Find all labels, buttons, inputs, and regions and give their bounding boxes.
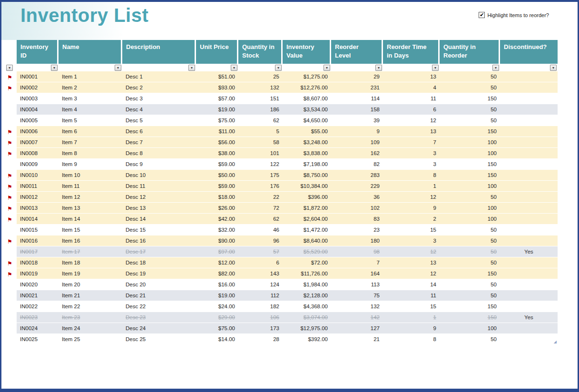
cell-quantity-in-stock[interactable]: 72: [238, 203, 283, 214]
cell-description[interactable]: Desc 20: [122, 279, 196, 290]
cell-name[interactable]: Item 5: [59, 115, 122, 126]
cell-description[interactable]: Desc 10: [122, 170, 196, 181]
cell-description[interactable]: Desc 9: [122, 159, 196, 170]
cell-reorder-level[interactable]: 109: [331, 137, 383, 148]
cell-name[interactable]: Item 22: [59, 301, 122, 312]
filter-dropdown-button[interactable]: ▾: [492, 65, 499, 71]
cell-reorder-level[interactable]: 231: [331, 82, 383, 93]
cell-quantity-in-stock[interactable]: 46: [238, 225, 283, 235]
cell-unit-price[interactable]: $29.00: [196, 312, 238, 323]
filter-dropdown-button[interactable]: ▾: [51, 65, 58, 71]
cell-inventory-id[interactable]: IN0011: [17, 181, 59, 192]
cell-quantity-in-reorder[interactable]: 50: [440, 82, 500, 93]
cell-reorder-level[interactable]: 29: [331, 71, 383, 82]
cell-inventory-id[interactable]: IN0012: [17, 192, 59, 203]
cell-quantity-in-reorder[interactable]: 150: [440, 170, 500, 181]
cell-inventory-value[interactable]: $12,975.00: [283, 323, 331, 334]
cell-reorder-time-in-days[interactable]: 14: [383, 279, 440, 290]
cell-reorder-level[interactable]: 114: [331, 93, 383, 104]
column-header-unit-price[interactable]: Unit Price: [196, 40, 238, 64]
cell-inventory-value[interactable]: $4,650.00: [283, 115, 331, 126]
cell-name[interactable]: Item 16: [59, 235, 122, 246]
cell-reorder-time-in-days[interactable]: 6: [383, 104, 440, 115]
cell-discontinued[interactable]: [500, 192, 558, 203]
cell-description[interactable]: Desc 21: [122, 290, 196, 301]
cell-reorder-time-in-days[interactable]: 3: [383, 235, 440, 246]
cell-inventory-id[interactable]: IN0006: [17, 126, 59, 137]
cell-inventory-id[interactable]: IN0022: [17, 301, 59, 312]
cell-reorder-level[interactable]: 162: [331, 148, 383, 159]
cell-discontinued[interactable]: [500, 104, 558, 115]
cell-name[interactable]: Item 3: [59, 93, 122, 104]
cell-reorder-time-in-days[interactable]: 1: [383, 181, 440, 192]
cell-quantity-in-reorder[interactable]: 150: [440, 159, 500, 170]
cell-quantity-in-stock[interactable]: 186: [238, 104, 283, 115]
cell-description[interactable]: Desc 15: [122, 225, 196, 235]
cell-unit-price[interactable]: $11.00: [196, 126, 238, 137]
filter-dropdown-button[interactable]: ▾: [432, 65, 439, 71]
cell-inventory-id[interactable]: IN0007: [17, 137, 59, 148]
cell-quantity-in-stock[interactable]: 62: [238, 115, 283, 126]
column-header-description[interactable]: Description: [122, 40, 196, 64]
cell-inventory-value[interactable]: $3,534.00: [283, 104, 331, 115]
cell-inventory-value[interactable]: $4,368.00: [283, 301, 331, 312]
cell-reorder-level[interactable]: 23: [331, 225, 383, 235]
cell-reorder-time-in-days[interactable]: 12: [383, 246, 440, 257]
cell-unit-price[interactable]: $12.00: [196, 257, 238, 268]
cell-unit-price[interactable]: $16.00: [196, 279, 238, 290]
cell-unit-price[interactable]: $57.00: [196, 93, 238, 104]
cell-unit-price[interactable]: $51.00: [196, 71, 238, 82]
cell-unit-price[interactable]: $75.00: [196, 115, 238, 126]
cell-description[interactable]: Desc 7: [122, 137, 196, 148]
filter-dropdown-button[interactable]: ▾: [231, 65, 237, 71]
cell-quantity-in-reorder[interactable]: 50: [440, 115, 500, 126]
cell-quantity-in-reorder[interactable]: 150: [440, 312, 500, 323]
cell-quantity-in-reorder[interactable]: 50: [440, 246, 500, 257]
cell-inventory-value[interactable]: $3,838.00: [283, 148, 331, 159]
cell-reorder-level[interactable]: 21: [331, 334, 383, 345]
cell-description[interactable]: Desc 2: [122, 82, 196, 93]
cell-quantity-in-reorder[interactable]: 100: [440, 323, 500, 334]
cell-description[interactable]: Desc 25: [122, 334, 196, 345]
cell-name[interactable]: Item 25: [59, 334, 122, 345]
cell-inventory-id[interactable]: IN0001: [17, 71, 59, 82]
cell-unit-price[interactable]: $56.00: [196, 137, 238, 148]
cell-reorder-time-in-days[interactable]: 15: [383, 225, 440, 235]
cell-inventory-id[interactable]: IN0002: [17, 82, 59, 93]
cell-description[interactable]: Desc 6: [122, 126, 196, 137]
cell-description[interactable]: Desc 5: [122, 115, 196, 126]
cell-discontinued[interactable]: [500, 82, 558, 93]
cell-quantity-in-stock[interactable]: 28: [238, 334, 283, 345]
cell-quantity-in-reorder[interactable]: 100: [440, 181, 500, 192]
cell-quantity-in-reorder[interactable]: 50: [440, 104, 500, 115]
cell-quantity-in-stock[interactable]: 182: [238, 301, 283, 312]
cell-unit-price[interactable]: $90.00: [196, 235, 238, 246]
cell-reorder-level[interactable]: 36: [331, 192, 383, 203]
cell-discontinued[interactable]: [500, 257, 558, 268]
cell-inventory-value[interactable]: $396.00: [283, 192, 331, 203]
cell-quantity-in-reorder[interactable]: 50: [440, 257, 500, 268]
filter-dropdown-button[interactable]: ▾: [550, 65, 557, 71]
cell-inventory-value[interactable]: $1,275.00: [283, 71, 331, 82]
cell-inventory-value[interactable]: $1,984.00: [283, 279, 331, 290]
cell-unit-price[interactable]: $75.00: [196, 323, 238, 334]
cell-description[interactable]: Desc 22: [122, 301, 196, 312]
cell-unit-price[interactable]: $24.00: [196, 301, 238, 312]
cell-description[interactable]: Desc 19: [122, 268, 196, 279]
cell-reorder-time-in-days[interactable]: 2: [383, 214, 440, 225]
cell-quantity-in-reorder[interactable]: 50: [440, 71, 500, 82]
cell-quantity-in-stock[interactable]: 132: [238, 82, 283, 93]
cell-inventory-value[interactable]: $1,872.00: [283, 203, 331, 214]
cell-discontinued[interactable]: [500, 301, 558, 312]
cell-inventory-id[interactable]: IN0005: [17, 115, 59, 126]
cell-discontinued[interactable]: [500, 323, 558, 334]
cell-quantity-in-stock[interactable]: 124: [238, 279, 283, 290]
cell-quantity-in-reorder[interactable]: 50: [440, 334, 500, 345]
cell-reorder-time-in-days[interactable]: 13: [383, 126, 440, 137]
cell-name[interactable]: Item 23: [59, 312, 122, 323]
cell-reorder-level[interactable]: 142: [331, 312, 383, 323]
cell-quantity-in-reorder[interactable]: 100: [440, 137, 500, 148]
cell-inventory-value[interactable]: $11,726.00: [283, 268, 331, 279]
cell-reorder-time-in-days[interactable]: 3: [383, 159, 440, 170]
cell-quantity-in-stock[interactable]: 101: [238, 148, 283, 159]
